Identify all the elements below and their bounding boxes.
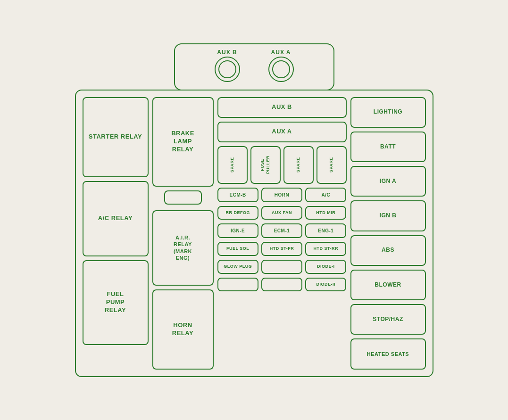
- fuse-puller: FUSE PULLER: [250, 146, 281, 184]
- spare-1: SPARE: [217, 146, 248, 184]
- ac-fuse: A/C: [305, 188, 346, 202]
- blank-mid-1: [261, 278, 302, 292]
- ign-b: IGN B: [350, 200, 426, 231]
- ign-e: IGN-E: [217, 223, 258, 238]
- spare-3: SPARE: [316, 146, 347, 184]
- eng-1: ENG-1: [305, 223, 346, 238]
- aux-fan: AUX FAN: [261, 206, 302, 220]
- batt: BATT: [350, 132, 426, 162]
- left-relay-column: STARTER RELAY A/C RELAY FUELPUMPRELAY: [83, 97, 149, 370]
- diode-ii: DIODE-II: [305, 278, 346, 292]
- main-fuse-box: STARTER RELAY A/C RELAY FUELPUMPRELAY BR…: [75, 90, 433, 377]
- ecm-b: ECM-B: [217, 188, 258, 202]
- row-defog-fan-mir: RR DEFOG AUX FAN HTD MIR: [217, 206, 347, 220]
- small-fuses-row: SPARE FUSE PULLER SPARE SPARE: [217, 146, 347, 184]
- ign-a: IGN A: [350, 166, 426, 197]
- aux-a-connector-label: AUX A: [271, 49, 291, 56]
- diode-i: DIODE-I: [305, 260, 346, 274]
- stop-haz: STOP/HAZ: [350, 304, 426, 335]
- aux-b-fuse: AUX B: [217, 97, 347, 118]
- htd-mir: HTD MIR: [305, 206, 346, 220]
- aux-a-circle-inner: [272, 60, 290, 78]
- horn-relay: HORNRELAY: [152, 289, 214, 370]
- row-ign-ecm-eng: IGN-E ECM-1 ENG-1: [217, 223, 347, 238]
- blank-small-fuse: [164, 190, 202, 205]
- right-column: LIGHTING BATT IGN A IGN B ABS BLOWER: [350, 97, 426, 370]
- fuse-diagram: AUX B AUX A STARTER RELAY A/C R: [75, 43, 433, 377]
- abs: ABS: [350, 235, 426, 266]
- horn: HORN: [261, 188, 302, 202]
- starter-relay: STARTER RELAY: [83, 97, 149, 177]
- row-fuel-htd: FUEL SOL HTD ST-FR HTD ST-RR: [217, 242, 347, 256]
- row-glow-diode1: GLOW PLUG DIODE-I: [217, 260, 347, 274]
- top-tab: AUX B AUX A: [174, 43, 334, 91]
- air-relay: A.I.R.RELAY(MARKENG): [152, 210, 214, 286]
- rr-defog: RR DEFOG: [217, 206, 258, 220]
- blank-center-1: [261, 260, 302, 274]
- heated-seats: HEATED SEATS: [350, 338, 426, 369]
- aux-b-connector-label: AUX B: [217, 49, 237, 56]
- htd-st-fr: HTD ST-FR: [261, 242, 302, 256]
- center-column: AUX B AUX A SPARE FUSE PULLER SPARE: [217, 97, 347, 370]
- aux-a-circle-outer: [268, 57, 294, 82]
- lighting: LIGHTING: [350, 97, 426, 128]
- aux-b-circle-inner: [218, 60, 236, 78]
- htd-st-rr: HTD ST-RR: [305, 242, 346, 256]
- aux-b-connector: AUX B: [215, 49, 240, 82]
- aux-a-connector: AUX A: [268, 49, 294, 82]
- fuel-sol: FUEL SOL: [217, 242, 258, 256]
- ecm-1: ECM-1: [261, 223, 302, 238]
- spare-2: SPARE: [283, 146, 314, 184]
- ac-relay: A/C RELAY: [83, 181, 149, 256]
- blower: BLOWER: [350, 270, 426, 300]
- col2: BRAKELAMPRELAY A.I.R.RELAY(MARKENG) HORN…: [152, 97, 214, 370]
- aux-b-circle-outer: [215, 57, 240, 82]
- aux-a-fuse: AUX A: [217, 122, 347, 142]
- brake-lamp-relay: BRAKELAMPRELAY: [152, 97, 214, 187]
- row-blank-diode2: DIODE-II: [217, 278, 347, 292]
- blank-small: [152, 190, 214, 205]
- row-ecm-horn-ac: ECM-B HORN A/C: [217, 188, 347, 202]
- fuel-pump-relay: FUELPUMPRELAY: [83, 260, 149, 345]
- glow-plug: GLOW PLUG: [217, 260, 258, 274]
- blank-left-1: [217, 278, 258, 292]
